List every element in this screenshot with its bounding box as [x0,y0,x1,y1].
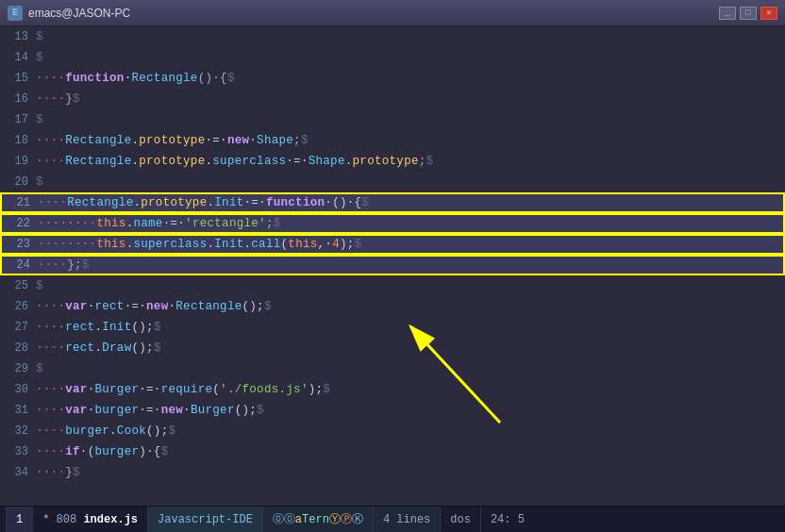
line-content: ····Rectangle.prototype.superclass·=·Sha… [36,155,785,168]
code-line: 33 ····if·(burger)·{$ [0,441,785,462]
line-number: 25 [0,279,36,292]
minimize-button[interactable]: _ [719,7,736,20]
code-line: 29 $ [0,358,785,379]
line-number: 13 [0,30,36,43]
line-number: 15 [0,72,36,85]
code-line: 30 ····var·Burger·=·require('./foods.js'… [0,379,785,400]
code-line: 19 ····Rectangle.prototype.superclass·=·… [0,151,785,172]
line-number: 34 [0,466,36,479]
code-line: 20 $ [0,172,785,192]
line-number: 22 [2,217,38,230]
line-content: ····}$ [36,92,785,106]
line-content: $ [36,113,785,126]
code-line: 13 $ [0,26,785,47]
code-line: 34 ····}$ [0,462,785,483]
line-content: ····}$ [36,466,785,479]
line-number: 33 [0,445,36,458]
line-number: 27 [0,321,36,334]
line-number: 20 [0,175,36,189]
line-content: ····rect.Init();$ [36,321,785,334]
line-content: $ [36,30,785,43]
line-content: ····Rectangle.prototype·=·new·Shape;$ [36,134,785,147]
statusbar-lineending: dos [441,507,481,532]
highlighted-line-21: 21 ····Rectangle.prototype.Init·=·functi… [0,192,785,213]
titlebar-left: E emacs@JASON-PC [8,6,130,21]
line-content: ····if·(burger)·{$ [36,445,785,458]
highlighted-line-24: 24 ····};$ [0,255,785,275]
code-line: 26 ····var·rect·=·new·Rectangle();$ [0,296,785,317]
maximize-button[interactable]: □ [740,7,757,20]
line-number: 21 [2,196,38,209]
code-editor[interactable]: 13 $ 14 $ 15 ····function·Rectangle()·{$… [0,26,785,506]
line-content: ····var·rect·=·new·Rectangle();$ [36,300,785,313]
line-content: $ [36,279,785,292]
code-line: 31 ····var·burger·=·new·Burger();$ [0,400,785,421]
line-content: ········this.superclass.Init.call(this,·… [38,238,783,251]
code-line: 32 ····burger.Cook();$ [0,421,785,441]
line-content: ····};$ [38,258,783,272]
line-content: ····Rectangle.prototype.Init·=·function·… [38,196,783,209]
line-number: 23 [2,238,38,251]
window-title: emacs@JASON-PC [28,7,130,20]
statusbar: 1 * 808 index.js Javascript-IDE ⓪⓪aTernⓎ… [0,506,785,532]
titlebar: E emacs@JASON-PC _ □ ✕ [0,0,785,26]
lines-container: 13 $ 14 $ 15 ····function·Rectangle()·{$… [0,26,785,483]
close-button[interactable]: ✕ [760,7,777,20]
statusbar-mode: Javascript-IDE [148,507,263,532]
code-line: 15 ····function·Rectangle()·{$ [0,68,785,89]
line-content: $ [36,175,785,189]
code-line: 14 $ [0,47,785,68]
code-line: 27 ····rect.Init();$ [0,317,785,338]
statusbar-linenum: 1 [6,507,33,532]
line-number: 31 [0,404,36,417]
line-content: $ [36,362,785,375]
code-line: 16 ····}$ [0,89,785,109]
app-icon: E [8,6,23,21]
line-number: 18 [0,134,36,147]
line-number: 29 [0,362,36,375]
line-content: ········this.name·=·'rectangle';$ [38,217,783,230]
line-content: ····burger.Cook();$ [36,424,785,438]
statusbar-linesinfo: 4 lines [374,507,441,532]
line-content: $ [36,51,785,64]
line-number: 19 [0,155,36,168]
statusbar-plugins: ⓪⓪aTernⓎⓅⓀ [263,507,374,532]
code-line: 25 $ [0,275,785,296]
line-content: ····var·burger·=·new·Burger();$ [36,404,785,417]
code-line: 28 ····rect.Draw();$ [0,338,785,358]
line-number: 30 [0,383,36,396]
line-number: 24 [2,258,38,272]
line-number: 16 [0,92,36,106]
line-content: ····function·Rectangle()·{$ [36,72,785,85]
line-number: 28 [0,341,36,355]
highlighted-line-23: 23 ········this.superclass.Init.call(thi… [0,234,785,255]
line-number: 17 [0,113,36,126]
highlighted-line-22: 22 ········this.name·=·'rectangle';$ [0,213,785,234]
line-number: 26 [0,300,36,313]
code-line: 17 $ [0,109,785,130]
line-number: 14 [0,51,36,64]
line-content: ····var·Burger·=·require('./foods.js');$ [36,383,785,396]
code-line: 18 ····Rectangle.prototype·=·new·Shape;$ [0,130,785,151]
line-number: 32 [0,424,36,438]
statusbar-position: 24: 5 [481,507,534,532]
line-content: ····rect.Draw();$ [36,341,785,355]
window-controls: _ □ ✕ [719,7,777,20]
statusbar-modified: * 808 index.js [33,507,148,532]
